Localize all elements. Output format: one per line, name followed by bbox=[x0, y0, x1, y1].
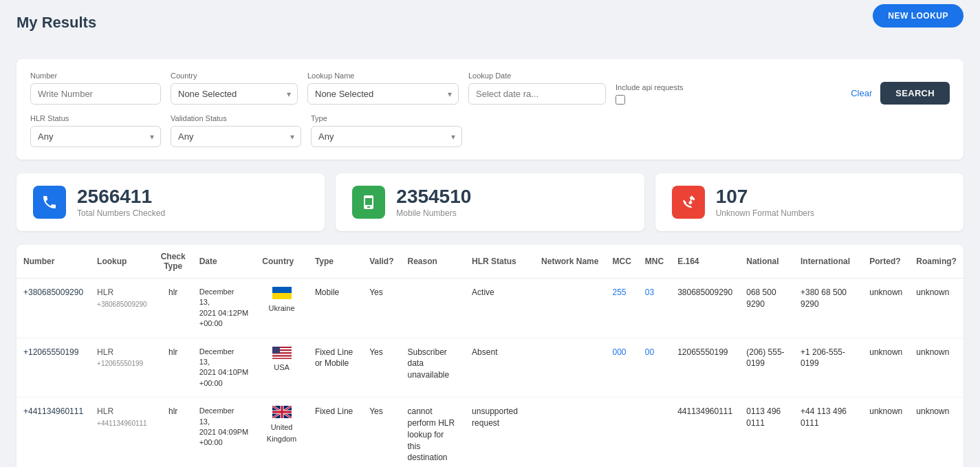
cell-national: (206) 555-0199 bbox=[739, 338, 794, 398]
stat-unknown-info: 107 Unknown Format Numbers bbox=[716, 187, 814, 218]
th-international: International bbox=[794, 245, 862, 279]
country-select[interactable]: None Selected bbox=[171, 83, 298, 105]
stat-mobile-info: 2354510 Mobile Numbers bbox=[396, 187, 471, 218]
number-input[interactable] bbox=[30, 83, 161, 105]
cell-type: Fixed Line bbox=[308, 398, 362, 467]
type-select[interactable]: Any bbox=[311, 126, 462, 147]
svg-rect-8 bbox=[272, 354, 292, 355]
table-row: +441134960111 HLR+441134960111 hlr Decem… bbox=[17, 398, 963, 467]
cell-reason bbox=[400, 279, 465, 338]
cell-network-name bbox=[534, 279, 605, 338]
lookup-name-filter-group: Lookup Name None Selected bbox=[307, 72, 459, 105]
lookup-name-select[interactable]: None Selected bbox=[307, 83, 459, 105]
stat-unknown-label: Unknown Format Numbers bbox=[716, 208, 814, 218]
cell-date: December13,2021 04:09PM+00:00 bbox=[193, 398, 256, 467]
include-api-group: Include api requests bbox=[616, 83, 683, 105]
lookup-date-filter-label: Lookup Date bbox=[468, 72, 606, 80]
filters-card: Number Country None Selected Lookup Name… bbox=[17, 59, 963, 160]
cell-network-name bbox=[534, 338, 605, 398]
table-header-row: Number Lookup CheckType Date Country Typ… bbox=[17, 245, 963, 279]
th-ported: Ported? bbox=[862, 245, 909, 279]
cell-valid: Yes bbox=[362, 338, 400, 398]
th-reason: Reason bbox=[400, 245, 465, 279]
cell-mcc: 255 bbox=[605, 279, 638, 338]
cell-hlr-status: unsupported request bbox=[465, 398, 534, 467]
cell-e164: 12065550199 bbox=[671, 338, 739, 398]
cell-roaming: unknown bbox=[909, 338, 963, 398]
country-select-wrapper: None Selected bbox=[171, 83, 298, 105]
cell-roaming: unknown bbox=[909, 398, 963, 467]
cell-national: 068 500 9290 bbox=[739, 279, 794, 338]
svg-rect-9 bbox=[272, 355, 292, 356]
lookup-name-filter-label: Lookup Name bbox=[307, 72, 459, 80]
lookup-date-input[interactable] bbox=[468, 83, 606, 105]
cell-e164: 441134960111 bbox=[671, 398, 739, 467]
stat-total-label: Total Numbers Checked bbox=[77, 208, 165, 218]
cell-mcc: 000 bbox=[605, 338, 638, 398]
stat-total-number: 2566411 bbox=[77, 187, 165, 206]
cell-valid: Yes bbox=[362, 398, 400, 467]
validation-status-filter-label: Validation Status bbox=[171, 114, 301, 122]
stat-unknown-number: 107 bbox=[716, 187, 814, 206]
th-roaming: Roaming? bbox=[909, 245, 963, 279]
include-api-checkbox[interactable] bbox=[616, 95, 625, 105]
results-table-card: Number Lookup CheckType Date Country Typ… bbox=[17, 245, 963, 467]
cell-reason: Subscriber data unavailable bbox=[400, 338, 465, 398]
cell-type: Mobile bbox=[308, 279, 362, 338]
cell-e164: 380685009290 bbox=[671, 279, 739, 338]
cell-international: +1 206-555-0199 bbox=[794, 338, 862, 398]
th-country: Country bbox=[255, 245, 308, 279]
type-filter-label: Type bbox=[311, 114, 462, 122]
new-lookup-button[interactable]: NEW LOOKUP bbox=[873, 4, 963, 28]
include-api-label: Include api requests bbox=[616, 83, 683, 91]
clear-button[interactable]: Clear bbox=[851, 88, 872, 98]
unknown-phone-icon bbox=[672, 186, 705, 219]
stats-row: 2566411 Total Numbers Checked 2354510 Mo… bbox=[17, 173, 963, 231]
validation-status-select[interactable]: Any bbox=[171, 126, 301, 147]
cell-country: Ukraine bbox=[255, 279, 308, 338]
search-button[interactable]: SEARCH bbox=[880, 82, 950, 105]
stat-card-total: 2566411 Total Numbers Checked bbox=[17, 173, 325, 231]
svg-rect-10 bbox=[272, 356, 292, 358]
stat-mobile-number: 2354510 bbox=[396, 187, 471, 206]
th-date: Date bbox=[193, 245, 256, 279]
country-filter-label: Country bbox=[171, 72, 298, 80]
cell-check-type: hlr bbox=[154, 398, 193, 467]
th-check-type: CheckType bbox=[154, 245, 193, 279]
cell-ported: unknown bbox=[862, 338, 909, 398]
mobile-icon bbox=[352, 186, 385, 219]
th-number: Number bbox=[17, 245, 90, 279]
cell-date: December13,2021 04:10PM+00:00 bbox=[193, 338, 256, 398]
svg-rect-1 bbox=[272, 293, 292, 299]
th-network-name: Network Name bbox=[534, 245, 605, 279]
stat-card-unknown: 107 Unknown Format Numbers bbox=[655, 173, 963, 231]
cell-reason: cannot perform HLR lookup for this desti… bbox=[400, 398, 465, 467]
cell-hlr-status: Absent bbox=[465, 338, 534, 398]
cell-check-type: hlr bbox=[154, 279, 193, 338]
stat-card-mobile: 2354510 Mobile Numbers bbox=[336, 173, 644, 231]
number-filter-group: Number bbox=[30, 72, 161, 105]
cell-number: +380685009290 bbox=[17, 279, 90, 338]
cell-valid: Yes bbox=[362, 279, 400, 338]
validation-status-select-wrapper: Any bbox=[171, 126, 301, 147]
hlr-status-filter-group: HLR Status Any bbox=[30, 114, 161, 147]
cell-lookup: HLR+441134960111 bbox=[90, 398, 154, 467]
validation-status-filter-group: Validation Status Any bbox=[171, 114, 301, 147]
th-national: National bbox=[739, 245, 794, 279]
table-row: +12065550199 HLR+12065550199 hlr Decembe… bbox=[17, 338, 963, 398]
page-title: My Results bbox=[17, 14, 96, 32]
cell-mnc bbox=[638, 398, 671, 467]
results-table: Number Lookup CheckType Date Country Typ… bbox=[17, 245, 963, 467]
cell-mnc: 00 bbox=[638, 338, 671, 398]
th-hlr-status: HLR Status bbox=[465, 245, 534, 279]
cell-number: +12065550199 bbox=[17, 338, 90, 398]
th-e164: E.164 bbox=[671, 245, 739, 279]
svg-rect-11 bbox=[272, 358, 292, 358]
cell-lookup: HLR+12065550199 bbox=[90, 338, 154, 398]
hlr-status-filter-label: HLR Status bbox=[30, 114, 161, 122]
th-type: Type bbox=[308, 245, 362, 279]
lookup-date-filter-group: Lookup Date bbox=[468, 72, 606, 105]
th-lookup: Lookup bbox=[90, 245, 154, 279]
cell-lookup: HLR+380685009290 bbox=[90, 279, 154, 338]
hlr-status-select[interactable]: Any bbox=[30, 126, 161, 147]
